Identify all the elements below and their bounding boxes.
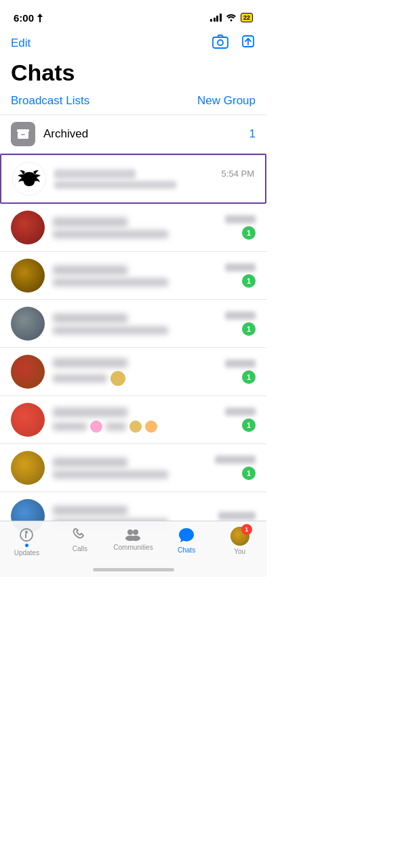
highlighted-chat-row[interactable]: 5:54 PM	[0, 154, 266, 204]
chat-name-blurred	[53, 358, 127, 368]
tab-communities-label: Communities	[113, 544, 153, 551]
unread-badge: 1	[242, 274, 256, 288]
chat-content: 5:54 PM	[54, 169, 254, 189]
chat-preview-blurred	[53, 422, 87, 431]
chat-preview-blurred	[53, 230, 168, 238]
svg-point-0	[230, 20, 232, 22]
chat-name-blurred	[53, 408, 127, 417]
battery-badge: 22	[241, 13, 253, 22]
tab-you-label: You	[234, 548, 245, 555]
tab-chats[interactable]: Chats	[160, 527, 214, 554]
list-item[interactable]: 1	[0, 204, 266, 252]
unread-badge: 1	[242, 418, 256, 432]
camera-button[interactable]	[212, 34, 228, 53]
list-item[interactable]: 1	[0, 300, 266, 348]
chat-time-blurred	[218, 512, 256, 520]
svg-point-10	[127, 529, 133, 535]
broadcast-lists-link[interactable]: Broadcast Lists	[11, 94, 89, 108]
archive-icon	[17, 129, 29, 139]
unread-badge: 1	[242, 226, 256, 240]
camera-icon	[212, 34, 228, 49]
svg-rect-7	[21, 134, 25, 135]
updates-dot	[25, 544, 28, 547]
chat-name-blurred	[53, 313, 127, 323]
svg-rect-5	[18, 132, 28, 139]
svg-point-2	[218, 40, 223, 45]
chat-time-blurred	[225, 215, 256, 223]
svg-point-11	[133, 529, 138, 535]
avatar	[11, 403, 45, 437]
page-title: Chats	[11, 60, 256, 86]
emoji-blob	[110, 371, 125, 386]
emoji-blob	[145, 420, 157, 433]
home-indicator	[93, 568, 174, 571]
chat-preview-blurred	[54, 181, 176, 189]
chat-preview-blurred	[53, 326, 168, 334]
updates-icon	[18, 527, 35, 543]
chat-name-blurred	[53, 506, 127, 515]
new-group-link[interactable]: New Group	[197, 94, 256, 108]
avatar	[11, 451, 45, 485]
chat-name-blurred	[54, 169, 136, 179]
signal-bars	[210, 14, 222, 22]
list-item[interactable]: 1	[0, 444, 266, 492]
you-avatar-wrap: 1	[230, 527, 249, 546]
chat-time-blurred	[225, 311, 256, 320]
batman-avatar	[12, 162, 46, 196]
emoji-blob	[129, 420, 142, 433]
emoji-blob	[90, 420, 102, 433]
chat-name-blurred	[53, 458, 127, 467]
section-links-row: Broadcast Lists New Group	[0, 87, 266, 115]
chat-name-blurred	[53, 265, 127, 275]
edit-button[interactable]: Edit	[11, 37, 31, 50]
location-icon	[37, 14, 43, 22]
page-title-section: Chats	[0, 57, 266, 87]
chat-name-blurred	[53, 217, 127, 227]
compose-button[interactable]	[241, 34, 256, 53]
avatar	[11, 259, 45, 292]
calls-icon	[72, 527, 88, 543]
status-time: 6:00	[14, 12, 43, 24]
archived-count: 1	[249, 127, 256, 141]
archived-row[interactable]: Archived 1	[0, 115, 266, 154]
list-item[interactable]: 1	[0, 396, 266, 444]
avatar	[11, 307, 45, 341]
tab-you[interactable]: 1 You	[213, 527, 266, 555]
avatar	[11, 355, 45, 389]
chat-time-blurred	[225, 263, 256, 272]
avatar	[11, 211, 45, 244]
archived-label: Archived	[43, 127, 249, 141]
communities-icon	[123, 527, 142, 542]
tab-calls[interactable]: Calls	[54, 527, 107, 552]
chat-time: 5:54 PM	[222, 169, 254, 179]
chat-time-blurred	[215, 456, 256, 464]
list-item[interactable]: 1	[0, 348, 266, 396]
status-icons: 22	[210, 13, 253, 22]
archive-icon-box	[11, 122, 35, 146]
you-badge: 1	[241, 524, 252, 535]
status-bar: 6:00 22	[0, 0, 266, 30]
tab-updates[interactable]: Updates	[0, 527, 54, 557]
chat-preview-blurred	[53, 471, 168, 479]
chat-preview-blurred	[106, 422, 126, 431]
header-nav: Edit	[0, 30, 266, 57]
tab-updates-label: Updates	[14, 549, 39, 557]
unread-badge: 1	[242, 370, 256, 384]
chat-preview-blurred	[53, 278, 168, 286]
tab-chats-label: Chats	[178, 546, 195, 554]
chat-time-blurred	[225, 408, 256, 416]
svg-point-9	[25, 531, 28, 534]
svg-rect-6	[17, 129, 29, 132]
chat-preview-blurred	[53, 374, 107, 383]
tab-communities[interactable]: Communities	[106, 527, 160, 551]
list-item[interactable]: 1	[0, 252, 266, 300]
svg-point-13	[131, 536, 140, 541]
batman-icon	[17, 169, 41, 188]
wifi-icon	[226, 14, 237, 22]
unread-badge: 1	[242, 322, 256, 336]
header-action-icons	[212, 34, 256, 53]
unread-badge: 1	[242, 466, 256, 480]
svg-rect-1	[213, 37, 228, 48]
tab-calls-label: Calls	[73, 545, 87, 552]
chat-time-blurred	[225, 360, 256, 368]
